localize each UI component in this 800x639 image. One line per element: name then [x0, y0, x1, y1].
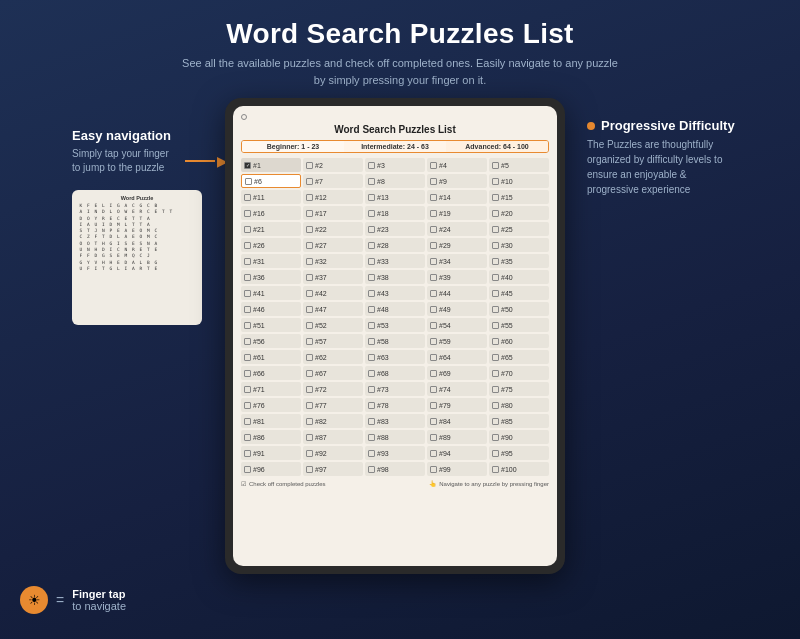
puzzle-item[interactable]: #54: [427, 318, 487, 332]
puzzle-item[interactable]: #55: [489, 318, 549, 332]
puzzle-item[interactable]: #24: [427, 222, 487, 236]
checkbox[interactable]: [430, 466, 437, 473]
puzzle-item[interactable]: #79: [427, 398, 487, 412]
puzzle-item[interactable]: #88: [365, 430, 425, 444]
checkbox[interactable]: [430, 386, 437, 393]
checkbox[interactable]: [368, 354, 375, 361]
checkbox[interactable]: [368, 322, 375, 329]
puzzle-item[interactable]: #21: [241, 222, 301, 236]
puzzle-item[interactable]: #74: [427, 382, 487, 396]
puzzle-item[interactable]: #22: [303, 222, 363, 236]
puzzle-item[interactable]: #43: [365, 286, 425, 300]
checkbox[interactable]: [492, 178, 499, 185]
checkbox[interactable]: [306, 306, 313, 313]
puzzle-item[interactable]: #10: [489, 174, 549, 188]
checkbox[interactable]: [492, 210, 499, 217]
puzzle-item[interactable]: #53: [365, 318, 425, 332]
checkbox[interactable]: [244, 290, 251, 297]
checkbox[interactable]: [306, 290, 313, 297]
checkbox[interactable]: [430, 354, 437, 361]
checkbox[interactable]: [368, 162, 375, 169]
puzzle-item[interactable]: ✓#1: [241, 158, 301, 172]
checkbox[interactable]: [492, 370, 499, 377]
checkbox[interactable]: [430, 434, 437, 441]
puzzle-item[interactable]: #66: [241, 366, 301, 380]
puzzle-item[interactable]: #15: [489, 190, 549, 204]
puzzle-item[interactable]: #56: [241, 334, 301, 348]
checkbox[interactable]: [244, 418, 251, 425]
puzzle-item[interactable]: #35: [489, 254, 549, 268]
puzzle-item[interactable]: #51: [241, 318, 301, 332]
puzzle-item[interactable]: #83: [365, 414, 425, 428]
checkbox[interactable]: [306, 402, 313, 409]
puzzle-item[interactable]: #67: [303, 366, 363, 380]
checkbox[interactable]: [245, 178, 252, 185]
puzzle-item[interactable]: #30: [489, 238, 549, 252]
checkbox[interactable]: [306, 450, 313, 457]
puzzle-item[interactable]: #28: [365, 238, 425, 252]
puzzle-item[interactable]: #70: [489, 366, 549, 380]
checkbox[interactable]: [430, 178, 437, 185]
checkbox[interactable]: [368, 226, 375, 233]
puzzle-item[interactable]: #19: [427, 206, 487, 220]
puzzle-item[interactable]: #36: [241, 270, 301, 284]
puzzle-item[interactable]: #23: [365, 222, 425, 236]
checkbox[interactable]: [492, 418, 499, 425]
checkbox[interactable]: [368, 242, 375, 249]
puzzle-item[interactable]: #25: [489, 222, 549, 236]
puzzle-item[interactable]: #65: [489, 350, 549, 364]
checkbox[interactable]: [306, 386, 313, 393]
puzzle-item[interactable]: #92: [303, 446, 363, 460]
checkbox[interactable]: [244, 370, 251, 377]
checkbox[interactable]: [430, 322, 437, 329]
checkbox[interactable]: [492, 466, 499, 473]
puzzle-item[interactable]: #94: [427, 446, 487, 460]
checkbox[interactable]: [244, 194, 251, 201]
checkbox[interactable]: [306, 338, 313, 345]
puzzle-item[interactable]: #34: [427, 254, 487, 268]
checkbox[interactable]: [244, 322, 251, 329]
checkbox[interactable]: [368, 274, 375, 281]
checkbox[interactable]: [244, 338, 251, 345]
checkbox[interactable]: [430, 162, 437, 169]
checkbox[interactable]: [368, 434, 375, 441]
puzzle-item[interactable]: #2: [303, 158, 363, 172]
puzzle-item[interactable]: #64: [427, 350, 487, 364]
checkbox[interactable]: [492, 258, 499, 265]
puzzle-item[interactable]: #4: [427, 158, 487, 172]
puzzle-item[interactable]: #58: [365, 334, 425, 348]
checkbox[interactable]: [244, 306, 251, 313]
checkbox[interactable]: [244, 226, 251, 233]
puzzle-item[interactable]: #93: [365, 446, 425, 460]
puzzle-item[interactable]: #14: [427, 190, 487, 204]
puzzle-item[interactable]: #11: [241, 190, 301, 204]
puzzle-item[interactable]: #100: [489, 462, 549, 476]
puzzle-item[interactable]: #97: [303, 462, 363, 476]
puzzle-item[interactable]: #27: [303, 238, 363, 252]
puzzle-item[interactable]: #33: [365, 254, 425, 268]
puzzle-item[interactable]: #13: [365, 190, 425, 204]
checkbox[interactable]: [244, 242, 251, 249]
puzzle-item[interactable]: #81: [241, 414, 301, 428]
checkbox[interactable]: [244, 210, 251, 217]
checkbox[interactable]: [306, 370, 313, 377]
puzzle-item[interactable]: #3: [365, 158, 425, 172]
checkbox[interactable]: [244, 450, 251, 457]
checkbox[interactable]: [492, 274, 499, 281]
puzzle-item[interactable]: #57: [303, 334, 363, 348]
puzzle-item[interactable]: #42: [303, 286, 363, 300]
checkbox[interactable]: [244, 434, 251, 441]
checkbox[interactable]: [244, 402, 251, 409]
puzzle-item[interactable]: #73: [365, 382, 425, 396]
checkbox[interactable]: [492, 194, 499, 201]
checkbox[interactable]: ✓: [244, 162, 251, 169]
checkbox[interactable]: [492, 434, 499, 441]
checkbox[interactable]: [430, 258, 437, 265]
checkbox[interactable]: [492, 354, 499, 361]
puzzle-item[interactable]: #7: [303, 174, 363, 188]
puzzle-item[interactable]: #98: [365, 462, 425, 476]
checkbox[interactable]: [306, 418, 313, 425]
puzzle-item[interactable]: #87: [303, 430, 363, 444]
puzzle-item[interactable]: #89: [427, 430, 487, 444]
puzzle-item[interactable]: #62: [303, 350, 363, 364]
